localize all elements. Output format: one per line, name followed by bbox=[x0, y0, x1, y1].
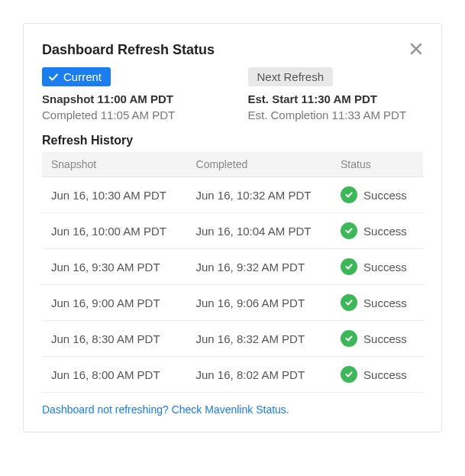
header-row: Dashboard Refresh Status bbox=[42, 42, 423, 58]
next-block: Next Refresh Est. Start 11:30 AM PDT Est… bbox=[248, 67, 424, 121]
status-label: Success bbox=[363, 225, 407, 238]
col-snapshot: Snapshot bbox=[42, 152, 187, 177]
history-title: Refresh History bbox=[42, 134, 423, 147]
cell-completed: Jun 16, 10:04 AM PDT bbox=[187, 213, 332, 249]
cell-snapshot: Jun 16, 9:00 AM PDT bbox=[42, 285, 187, 321]
next-completion: Est. Completion 11:33 AM PDT bbox=[248, 108, 424, 121]
cell-completed: Jun 16, 8:32 AM PDT bbox=[187, 321, 332, 357]
cell-completed: Jun 16, 10:32 AM PDT bbox=[187, 177, 332, 213]
status-link[interactable]: Dashboard not refreshing? Check Mavenlin… bbox=[42, 403, 289, 416]
cell-status: Success bbox=[331, 357, 423, 393]
col-completed: Completed bbox=[187, 152, 332, 177]
success-icon bbox=[341, 258, 357, 275]
cell-status: Success bbox=[331, 249, 423, 285]
check-icon bbox=[48, 72, 59, 83]
col-status: Status bbox=[331, 152, 423, 177]
cell-snapshot: Jun 16, 8:30 AM PDT bbox=[42, 321, 187, 357]
cell-completed: Jun 16, 9:32 AM PDT bbox=[187, 249, 332, 285]
table-row: Jun 16, 8:00 AM PDTJun 16, 8:02 AM PDTSu… bbox=[42, 357, 423, 393]
cell-snapshot: Jun 16, 10:00 AM PDT bbox=[42, 213, 187, 249]
status-blocks: Current Snapshot 11:00 AM PDT Completed … bbox=[42, 67, 423, 121]
success-icon bbox=[341, 294, 357, 311]
cell-status: Success bbox=[331, 177, 423, 213]
cell-snapshot: Jun 16, 8:00 AM PDT bbox=[42, 357, 187, 393]
history-header-row: Snapshot Completed Status bbox=[42, 152, 423, 177]
close-icon bbox=[409, 42, 423, 56]
current-block: Current Snapshot 11:00 AM PDT Completed … bbox=[42, 67, 218, 121]
next-badge-label: Next Refresh bbox=[257, 70, 325, 83]
success-icon bbox=[341, 366, 357, 383]
status-label: Success bbox=[363, 296, 407, 309]
table-row: Jun 16, 10:30 AM PDTJun 16, 10:32 AM PDT… bbox=[42, 177, 423, 213]
current-badge: Current bbox=[42, 67, 111, 86]
history-table: Snapshot Completed Status Jun 16, 10:30 … bbox=[42, 152, 423, 393]
success-icon bbox=[341, 222, 357, 239]
success-icon bbox=[341, 186, 357, 203]
next-start: Est. Start 11:30 AM PDT bbox=[248, 92, 424, 105]
table-row: Jun 16, 9:30 AM PDTJun 16, 9:32 AM PDTSu… bbox=[42, 249, 423, 285]
current-badge-label: Current bbox=[63, 70, 102, 83]
cell-snapshot: Jun 16, 9:30 AM PDT bbox=[42, 249, 187, 285]
status-label: Success bbox=[363, 261, 407, 274]
cell-completed: Jun 16, 9:06 AM PDT bbox=[187, 285, 332, 321]
cell-snapshot: Jun 16, 10:30 AM PDT bbox=[42, 177, 187, 213]
current-snapshot: Snapshot 11:00 AM PDT bbox=[42, 92, 218, 105]
status-label: Success bbox=[363, 189, 407, 202]
cell-completed: Jun 16, 8:02 AM PDT bbox=[187, 357, 332, 393]
close-button[interactable] bbox=[409, 42, 423, 56]
cell-status: Success bbox=[331, 285, 423, 321]
refresh-status-card: Dashboard Refresh Status Current Snapsho… bbox=[23, 23, 442, 432]
table-row: Jun 16, 9:00 AM PDTJun 16, 9:06 AM PDTSu… bbox=[42, 285, 423, 321]
table-row: Jun 16, 8:30 AM PDTJun 16, 8:32 AM PDTSu… bbox=[42, 321, 423, 357]
success-icon bbox=[341, 330, 357, 347]
status-label: Success bbox=[363, 368, 407, 381]
cell-status: Success bbox=[331, 321, 423, 357]
cell-status: Success bbox=[331, 213, 423, 249]
current-completed: Completed 11:05 AM PDT bbox=[42, 108, 218, 121]
next-badge: Next Refresh bbox=[248, 67, 334, 86]
status-label: Success bbox=[363, 332, 407, 345]
table-row: Jun 16, 10:00 AM PDTJun 16, 10:04 AM PDT… bbox=[42, 213, 423, 249]
page-title: Dashboard Refresh Status bbox=[42, 42, 215, 58]
